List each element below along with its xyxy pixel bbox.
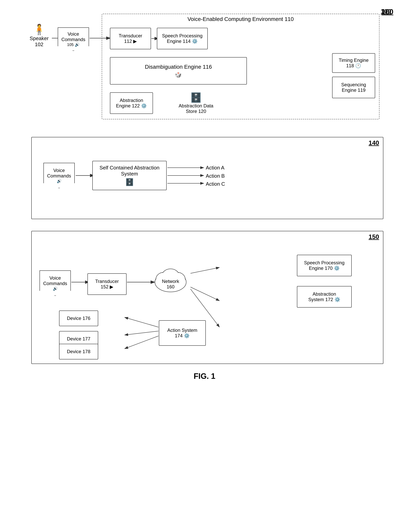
voice-commands-150: VoiceCommands 🔊 <box>39 271 71 296</box>
svg-line-23 <box>125 317 158 327</box>
network-label: Network160 <box>162 279 179 289</box>
abstraction-store-box: 🗄️ Abstraction DataStore 120 <box>171 92 221 114</box>
voice-commands-140: VoiceCommands 🔊 <box>43 163 75 188</box>
action-system-box: Action System174 ⚙️ <box>159 320 206 346</box>
device-177-label: Device 177 <box>67 336 90 342</box>
abstraction-engine-box: AbstractionEngine 122 ⚙️ <box>110 92 153 114</box>
sequencing-engine-box: SequencingEngine 119 <box>332 77 375 98</box>
fig-label: FIG. 1 <box>16 372 393 381</box>
svg-line-21 <box>191 287 219 301</box>
speech-engine-label-150: Speech ProcessingEngine 170 ⚙️ <box>304 260 345 271</box>
voice-commands-label-140: VoiceCommands <box>47 168 71 179</box>
disambiguation-icon: 🎲 <box>145 72 212 78</box>
sequencing-engine-label: SequencingEngine 119 <box>341 82 366 93</box>
diagram-140: 140 VoiceCommands 🔊 Self Contained Abstr… <box>31 137 383 219</box>
voice-commands-label-150: VoiceCommands <box>43 275 67 286</box>
env-box-100: Voice-Enabled Computing Environment 110 … <box>102 14 380 119</box>
timing-engine-label: Timing Engine118 🕐 <box>339 57 369 68</box>
diagram-150: 150 VoiceCommands 🔊 Transducer152 ▶ <box>31 231 383 364</box>
voice-commands-num-100: 105 🔊 <box>67 42 80 47</box>
abstraction-engine-label: AbstractionEngine 122 ⚙️ <box>116 98 147 109</box>
disambiguation-label: Disambiguation Engine 116 <box>145 64 212 70</box>
diagram-140-number: 140 <box>369 139 379 147</box>
abstraction-store-label: Abstraction DataStore 120 <box>179 103 213 114</box>
voice-commands-icon-140: 🔊 <box>57 179 62 183</box>
device-178-box: Device 178 <box>59 344 98 359</box>
self-contained-box: Self Contained Abstraction System 🗄️ <box>92 161 167 190</box>
abstraction-system-label: AbstractionSystem 172 ⚙️ <box>308 291 340 302</box>
transducer-box-150: Transducer152 ▶ <box>87 273 127 295</box>
speech-engine-box-100: Speech ProcessingEngine 114 ⚙️ <box>157 28 208 49</box>
device-176-box: Device 176 <box>59 310 98 326</box>
env-label-100: Voice-Enabled Computing Environment 110 <box>102 16 379 22</box>
transducer-label-100: Transducer112 ▶ <box>119 33 142 44</box>
voice-commands-icon-150: 🔊 <box>53 286 58 291</box>
action-b-label: Action B <box>206 173 225 179</box>
voice-commands-100: VoiceCommands 105 🔊 <box>58 28 89 51</box>
speaker-num: 102 <box>27 41 51 47</box>
diagram-150-number: 150 <box>369 233 379 241</box>
device-176-label: Device 176 <box>67 316 90 321</box>
self-contained-db-icon: 🗄️ <box>125 178 134 186</box>
action-system-label: Action System174 ⚙️ <box>167 327 197 338</box>
voice-commands-label-100: VoiceCommands <box>61 31 85 42</box>
svg-line-25 <box>125 336 158 349</box>
transducer-box-100: Transducer112 ▶ <box>110 28 151 49</box>
speech-engine-box-150: Speech ProcessingEngine 170 ⚙️ <box>297 255 352 276</box>
self-contained-label: Self Contained Abstraction System <box>93 165 166 177</box>
svg-line-20 <box>191 268 219 273</box>
network-cloud: Network160 <box>151 264 190 300</box>
speech-engine-label-100: Speech ProcessingEngine 114 ⚙️ <box>162 33 203 44</box>
action-c-label: Action C <box>206 181 225 187</box>
disambiguation-box: Disambiguation Engine 116 🎲 <box>110 57 247 84</box>
action-a-label: Action A <box>206 165 224 171</box>
timing-engine-box: Timing Engine118 🕐 <box>332 53 375 73</box>
device-178-label: Device 178 <box>67 349 90 354</box>
speaker-element: 🧍 Speaker 102 <box>27 23 51 47</box>
speaker-label: Speaker <box>27 35 51 41</box>
speaker-icon: 🧍 <box>27 23 51 35</box>
svg-line-24 <box>125 331 158 335</box>
abstraction-system-box: AbstractionSystem 172 ⚙️ <box>297 286 352 308</box>
transducer-label-150: Transducer152 ▶ <box>95 279 119 289</box>
db-icon: 🗄️ <box>190 92 202 103</box>
diagram-100-number: 100 <box>381 8 391 15</box>
